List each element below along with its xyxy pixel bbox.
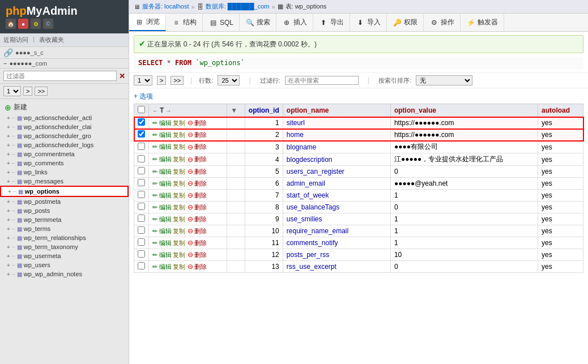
db-link[interactable]: 数据库: ██████_com — [206, 2, 270, 11]
page-select[interactable]: 1 — [3, 86, 21, 96]
filter-input[interactable] — [3, 71, 117, 81]
copy-link[interactable]: 复制 — [173, 119, 185, 127]
row-checkbox[interactable] — [138, 262, 145, 269]
sidebar-item-wp-termmeta[interactable]: + − ▦ wp_termmeta — [0, 215, 129, 224]
copy-link[interactable]: 复制 — [173, 227, 185, 235]
favorites-link[interactable]: 表收藏夹 — [39, 36, 64, 44]
export-button[interactable]: ⬆ 导出 — [313, 14, 350, 31]
sort-option-name-link[interactable]: option_name — [287, 106, 329, 114]
server-link[interactable]: 服务器: localhost — [142, 2, 189, 11]
structure-button[interactable]: ≡ 结构 — [166, 14, 203, 31]
edit-link[interactable]: ✏ 编辑 — [152, 168, 172, 176]
copy-link[interactable]: 复制 — [173, 168, 185, 176]
page-number-select[interactable]: 1 — [134, 75, 152, 85]
delete-link[interactable]: 删除 — [194, 119, 207, 127]
sidebar-item-wp-terms[interactable]: + − ▦ wp_terms — [0, 224, 129, 233]
delete-link[interactable]: 删除 — [194, 227, 207, 235]
triggers-button[interactable]: ⚡ 触发器 — [461, 14, 504, 31]
edit-link[interactable]: ✏ 编辑 — [152, 215, 172, 224]
edit-link[interactable]: ✏ 编辑 — [152, 155, 172, 164]
row-checkbox[interactable] — [138, 203, 145, 210]
copy-link[interactable]: 复制 — [173, 263, 185, 271]
row-checkbox[interactable] — [138, 215, 145, 222]
sidebar-item-wp-actionscheduler-clai[interactable]: + − ▦ wp_actionscheduler_clai — [0, 122, 129, 131]
edit-link[interactable]: ✏ 编辑 — [152, 227, 172, 235]
edit-link[interactable]: ✏ 编辑 — [152, 143, 172, 151]
sidebar-item-wp-actionscheduler-gro[interactable]: + − ▦ wp_actionscheduler_gro — [0, 131, 129, 140]
row-checkbox[interactable] — [138, 118, 145, 126]
sort-index-select[interactable]: 无 — [416, 75, 472, 85]
copy-link[interactable]: 复制 — [173, 155, 185, 164]
recent-visits-link[interactable]: 近期访问 — [3, 36, 28, 44]
operations-button[interactable]: ⚙ 操作 — [424, 14, 461, 31]
sort-option-id-link[interactable]: option_id — [249, 106, 279, 114]
row-checkbox[interactable] — [138, 143, 145, 150]
sidebar-item-wp-postmeta[interactable]: + − ▦ wp_postmeta — [0, 197, 129, 206]
sidebar-item-wp-term-relationships[interactable]: + − ▦ wp_term_relationships — [0, 233, 129, 242]
row-checkbox[interactable] — [138, 191, 145, 198]
filter-row-input[interactable] — [285, 76, 359, 85]
copy-link[interactable]: 复制 — [173, 251, 185, 259]
row-checkbox[interactable] — [138, 167, 145, 174]
delete-link[interactable]: 删除 — [194, 179, 207, 188]
row-checkbox[interactable] — [138, 130, 145, 138]
edit-link[interactable]: ✏ 编辑 — [152, 191, 172, 200]
copy-link[interactable]: 复制 — [173, 215, 185, 224]
sidebar-item-wp-commentmeta[interactable]: + − ▦ wp_commentmeta — [0, 149, 129, 159]
privileges-button[interactable]: 🔑 权限 — [387, 14, 424, 31]
options-link[interactable]: + 选项 — [134, 92, 153, 100]
filter-clear-button[interactable]: ✕ — [119, 72, 125, 80]
delete-link[interactable]: 删除 — [194, 251, 207, 259]
sidebar-item-wp-actionscheduler-logs[interactable]: + − ▦ wp_actionscheduler_logs — [0, 140, 129, 149]
sidebar-item-wp-messages[interactable]: + − ▦ wp_messages — [0, 177, 129, 186]
copy-link[interactable]: 复制 — [173, 239, 185, 247]
copy-link[interactable]: 复制 — [173, 191, 185, 200]
sort-autoload-link[interactable]: autoload — [542, 106, 570, 114]
row-checkbox[interactable] — [138, 226, 145, 234]
delete-link[interactable]: 删除 — [194, 155, 207, 164]
sidebar-item-wp-term-taxonomy[interactable]: + − ▦ wp_term_taxonomy — [0, 242, 129, 251]
row-checkbox[interactable] — [138, 155, 145, 162]
copy-link[interactable]: 复制 — [173, 131, 185, 139]
row-checkbox[interactable] — [138, 179, 145, 186]
browse-button[interactable]: ⊞ 浏览 — [129, 14, 166, 31]
sidebar-item-wp-comments[interactable]: + − ▦ wp_comments — [0, 159, 129, 168]
sidebar-item-wp-usermeta[interactable]: + − ▦ wp_usermeta — [0, 251, 129, 260]
next-btn[interactable]: > — [23, 87, 32, 96]
row-checkbox[interactable] — [138, 250, 145, 258]
settings-icon[interactable]: ⚙ — [31, 19, 41, 29]
sidebar-item-wp-admin-notes[interactable]: + − ▦ wp_wp_admin_notes — [0, 269, 129, 279]
edit-link[interactable]: ✏ 编辑 — [152, 203, 172, 212]
edit-link[interactable]: ✏ 编辑 — [152, 239, 172, 247]
sidebar-item-wp-posts[interactable]: + − ▦ wp_posts — [0, 206, 129, 215]
delete-link[interactable]: 删除 — [194, 239, 207, 247]
arrow-left-link[interactable]: ← — [152, 108, 158, 114]
rows-per-page-select[interactable]: 25 — [218, 75, 240, 85]
next-all-btn[interactable]: >> — [35, 87, 48, 96]
arrow-right-link[interactable]: → — [165, 108, 171, 114]
sql-button[interactable]: ▤ SQL — [203, 14, 240, 31]
reload-icon[interactable]: ● — [18, 19, 28, 29]
new-item[interactable]: ⊕ 新建 — [0, 101, 129, 113]
page-next-all-button[interactable]: >> — [171, 76, 184, 85]
delete-link[interactable]: 删除 — [194, 168, 207, 176]
edit-link[interactable]: ✏ 编辑 — [152, 119, 172, 127]
search-button[interactable]: 🔍 搜索 — [240, 14, 276, 31]
import-button[interactable]: ⬇ 导入 — [350, 14, 387, 31]
delete-link[interactable]: 删除 — [194, 203, 207, 212]
edit-link[interactable]: ✏ 编辑 — [152, 263, 172, 271]
copy-link[interactable]: 复制 — [173, 143, 185, 151]
sidebar-item-wp-users[interactable]: + − ▦ wp_users — [0, 260, 129, 269]
copy-link[interactable]: 复制 — [173, 203, 185, 212]
sidebar-item-wp-options[interactable]: + − ▦ wp_options — [0, 186, 129, 197]
sort-option-value-link[interactable]: option_value — [394, 106, 436, 114]
sidebar-item-wp-actionscheduler-acti[interactable]: + − ▦ wp_actionscheduler_acti — [0, 113, 129, 122]
delete-link[interactable]: 删除 — [194, 131, 207, 139]
page-next-button[interactable]: > — [157, 76, 166, 85]
delete-link[interactable]: 删除 — [194, 143, 207, 151]
edit-link[interactable]: ✏ 编辑 — [152, 251, 172, 259]
edit-link[interactable]: ✏ 编辑 — [152, 179, 172, 188]
copy-link[interactable]: 复制 — [173, 179, 185, 188]
select-all-checkbox[interactable] — [138, 106, 145, 113]
row-checkbox[interactable] — [138, 238, 145, 246]
